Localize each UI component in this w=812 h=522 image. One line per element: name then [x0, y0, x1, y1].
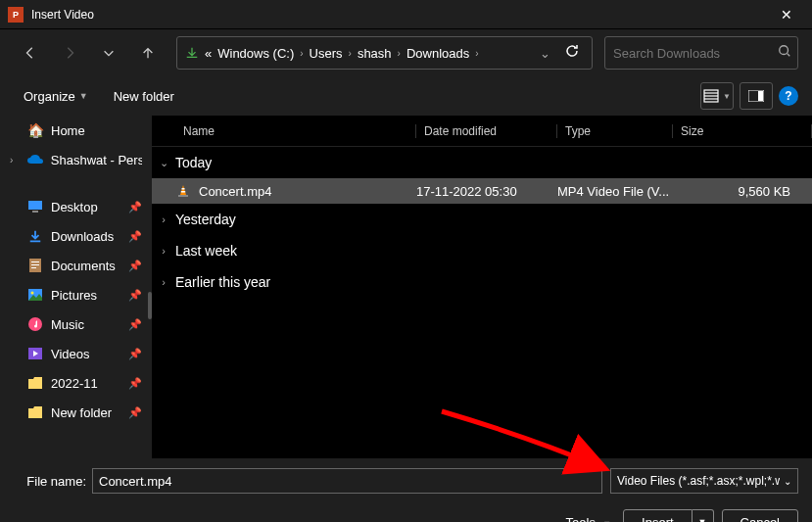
sidebar-item-pictures[interactable]: Pictures📌 [0, 280, 152, 309]
svg-rect-6 [758, 91, 763, 101]
pin-icon: 📌 [128, 348, 142, 360]
sidebar-item-folder[interactable]: 2022-11📌 [0, 368, 152, 398]
insert-dropdown[interactable]: ▼ [693, 509, 714, 522]
pin-icon: 📌 [128, 201, 142, 214]
pin-icon: 📌 [128, 377, 142, 390]
main-area: 🏠 Home › Shashwat - Pers Desktop📌 Downlo… [0, 116, 812, 458]
svg-rect-12 [31, 267, 36, 268]
chevron-right-icon: › [158, 214, 169, 225]
group-lastweek[interactable]: ›Last week [152, 235, 812, 266]
file-row[interactable]: Concert.mp4 17-11-2022 05:30 MP4 Video F… [152, 178, 812, 204]
column-headers: Name Date modified Type Size [152, 116, 812, 147]
cancel-button[interactable]: Cancel [722, 509, 798, 522]
svg-rect-11 [31, 264, 39, 265]
sidebar-item-onedrive[interactable]: › Shashwat - Pers [0, 145, 152, 174]
crumb[interactable]: Windows (C:) [217, 46, 294, 61]
filename-label: File name: [14, 474, 86, 489]
sidebar-item-downloads[interactable]: Downloads📌 [0, 221, 152, 251]
sidebar-item-home[interactable]: 🏠 Home [0, 116, 152, 145]
pin-icon: 📌 [128, 289, 142, 302]
address-bar[interactable]: « Windows (C:) › Users › shash › Downloa… [176, 36, 593, 70]
bottom-panel: File name: Video Files (*.asf;*.asx;*.wp… [0, 458, 812, 522]
file-name: Concert.mp4 [199, 184, 271, 199]
filename-input[interactable] [92, 468, 602, 494]
download-drive-icon [185, 46, 199, 60]
col-size[interactable]: Size [673, 124, 812, 138]
file-date: 17-11-2022 05:30 [416, 184, 557, 199]
col-date[interactable]: Date modified [416, 124, 557, 138]
chevron-right-icon: › [398, 48, 401, 59]
filetype-select[interactable]: Video Files (*.asf;*.asx;*.wpl;*.w ⌄ [610, 468, 798, 494]
group-today[interactable]: ⌄Today [152, 147, 812, 178]
up-button[interactable] [131, 40, 165, 66]
toolbar: Organize▼ New folder ▼ ? [0, 76, 812, 116]
folder-icon [27, 404, 43, 420]
breadcrumb[interactable]: « Windows (C:) › Users › shash › Downloa… [205, 46, 550, 61]
chevron-right-icon: › [475, 48, 478, 59]
pin-icon: 📌 [128, 406, 142, 419]
refresh-button[interactable] [560, 39, 584, 67]
preview-pane-button[interactable] [740, 82, 773, 110]
svg-rect-8 [32, 211, 38, 213]
folder-icon [27, 375, 43, 391]
chevron-down-icon[interactable]: ⌄ [540, 46, 550, 61]
search-input[interactable] [613, 46, 778, 61]
music-icon [27, 316, 43, 332]
svg-rect-10 [31, 261, 39, 262]
powerpoint-icon: P [8, 7, 24, 23]
svg-point-0 [780, 46, 788, 55]
insert-button[interactable]: Insert [623, 509, 693, 522]
desktop-icon [27, 199, 43, 214]
content-pane: Name Date modified Type Size ⌄Today Conc… [152, 116, 812, 458]
tools-button[interactable]: Tools ▼ [566, 515, 612, 523]
group-earlier[interactable]: ›Earlier this year [152, 266, 812, 298]
chevron-right-icon: › [158, 276, 169, 288]
window-title: Insert Video [31, 8, 769, 22]
sidebar-item-videos[interactable]: Videos📌 [0, 339, 152, 368]
crumb[interactable]: Users [310, 46, 343, 61]
sidebar-item-desktop[interactable]: Desktop📌 [0, 192, 152, 221]
search-box[interactable] [604, 36, 798, 70]
sidebar: 🏠 Home › Shashwat - Pers Desktop📌 Downlo… [0, 116, 152, 458]
download-icon [27, 228, 43, 244]
chevron-right-icon: › [300, 48, 303, 59]
insert-button-group: Insert ▼ [623, 509, 713, 522]
search-icon [778, 44, 791, 62]
svg-point-14 [31, 292, 34, 295]
help-button[interactable]: ? [779, 86, 798, 106]
file-size: 9,560 KB [673, 184, 812, 199]
chevron-right-icon[interactable]: › [10, 155, 20, 166]
organize-button[interactable]: Organize▼ [14, 83, 98, 110]
col-type[interactable]: Type [557, 124, 673, 138]
sidebar-item-documents[interactable]: Documents📌 [0, 251, 152, 280]
chevron-down-icon: ⌄ [784, 476, 791, 487]
doc-icon [27, 258, 43, 273]
sidebar-item-folder[interactable]: New folder📌 [0, 398, 152, 427]
picture-icon [27, 287, 43, 303]
pin-icon: 📌 [128, 230, 142, 243]
new-folder-button[interactable]: New folder [104, 83, 184, 110]
crumb[interactable]: Downloads [406, 46, 469, 61]
vlc-icon [175, 183, 191, 199]
chevron-down-icon: ⌄ [158, 157, 169, 169]
close-button[interactable]: ✕ [769, 3, 804, 26]
video-icon [27, 346, 43, 361]
navbar: « Windows (C:) › Users › shash › Downloa… [0, 29, 812, 76]
recent-dropdown[interactable] [92, 40, 125, 66]
sidebar-item-music[interactable]: Music📌 [0, 309, 152, 339]
file-type: MP4 Video File (V... [557, 184, 673, 199]
pin-icon: 📌 [128, 260, 142, 272]
forward-button[interactable] [53, 40, 86, 66]
group-yesterday[interactable]: ›Yesterday [152, 204, 812, 235]
svg-rect-17 [182, 188, 185, 190]
back-button[interactable] [14, 40, 47, 66]
view-button[interactable]: ▼ [700, 82, 734, 110]
chevron-right-icon: › [158, 245, 169, 257]
svg-point-15 [28, 317, 42, 331]
pin-icon: 📌 [128, 318, 142, 331]
svg-rect-7 [28, 201, 42, 210]
svg-rect-19 [178, 195, 188, 197]
svg-rect-18 [181, 191, 185, 193]
crumb[interactable]: shash [358, 46, 392, 61]
col-name[interactable]: Name [175, 124, 416, 138]
